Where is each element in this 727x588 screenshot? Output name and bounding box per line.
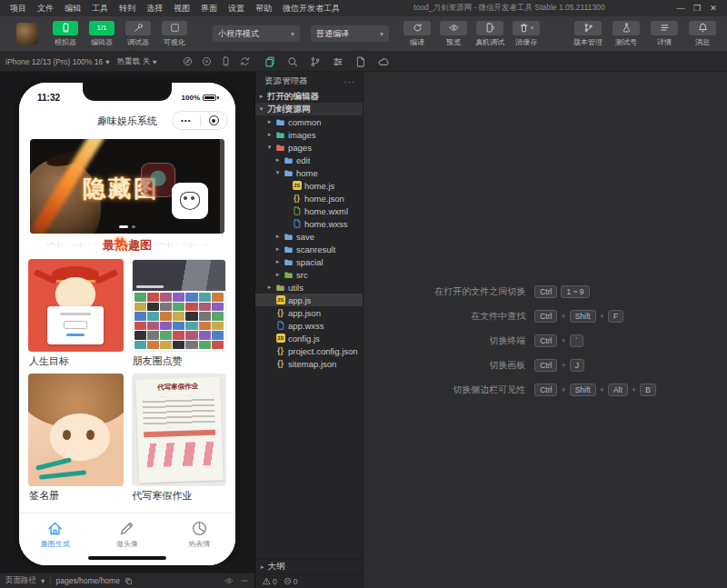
tree-item-pages[interactable]: ▾pages: [255, 141, 363, 154]
plus-separator: +: [600, 385, 604, 394]
explorer-more-menu[interactable]: ···: [344, 76, 356, 86]
minimize-button[interactable]: —: [674, 4, 687, 13]
menu-item-微信开发者工具[interactable]: 微信开发者工具: [278, 1, 344, 16]
menu-item-选择[interactable]: 选择: [142, 1, 167, 16]
模拟器-button[interactable]: 模拟器: [51, 21, 80, 47]
target-icon[interactable]: [202, 56, 212, 66]
user-avatar[interactable]: [16, 23, 38, 45]
tree-item-images[interactable]: ▸images: [255, 128, 363, 141]
device-icons: [183, 56, 250, 66]
消息-button[interactable]: 消息: [687, 21, 718, 47]
menu-item-设置[interactable]: 设置: [224, 1, 249, 16]
tree-item-app.js[interactable]: JSapp.js: [255, 294, 363, 306]
search-icon[interactable]: [287, 56, 298, 67]
hot-reload-selector[interactable]: 热重载 关 ▾: [117, 56, 157, 67]
menu-item-编辑[interactable]: 编辑: [60, 1, 85, 16]
menu-item-界面[interactable]: 界面: [196, 1, 222, 16]
card-代写寒假作业[interactable]: 代写寒假作业: [132, 374, 227, 486]
avatar-tile: [134, 341, 146, 350]
tree-item-scanresult[interactable]: ▸scanresult: [255, 243, 363, 255]
eye-icon[interactable]: [224, 576, 234, 585]
版本管理-button[interactable]: 版本管理: [573, 21, 603, 47]
tab-做头像[interactable]: 做头像: [91, 513, 163, 554]
menu-item-帮助[interactable]: 帮助: [251, 1, 276, 16]
device-selector[interactable]: iPhone 12/13 (Pro) 100% 16 ▾: [5, 57, 110, 66]
调试器-button[interactable]: 调试器: [124, 21, 153, 47]
tree-item-app.json[interactable]: {}app.json: [255, 306, 363, 319]
tree-item-edit[interactable]: ▸edit: [255, 154, 363, 166]
预览-button[interactable]: 预览: [438, 21, 469, 47]
tree-item-project.config.json[interactable]: {}project.config.json: [255, 344, 363, 357]
card-人生目标[interactable]: [28, 259, 124, 352]
tree-item-src[interactable]: ▸src: [255, 268, 363, 281]
tree-item-home.js[interactable]: JShome.js: [255, 179, 363, 192]
tree-item-save[interactable]: ▸save: [255, 230, 363, 243]
plus-separator: +: [561, 336, 565, 345]
avatar-tile: [199, 293, 211, 302]
编译-button[interactable]: 编译: [402, 21, 433, 47]
tree-item-home.json[interactable]: {}home.json: [255, 192, 363, 204]
avatar-tile: [212, 312, 224, 321]
window-controls: —❒✕: [674, 4, 727, 13]
outline-section[interactable]: ▸ 大纲: [255, 559, 363, 573]
tab-热表情[interactable]: 热表情: [164, 513, 235, 554]
cloud-icon[interactable]: [378, 56, 389, 67]
sliders-icon[interactable]: [333, 56, 344, 67]
真机调试-button[interactable]: 真机调试: [474, 21, 505, 47]
files-icon[interactable]: [264, 56, 275, 67]
compile-select-dropdown[interactable]: 普通编译 ▾: [311, 25, 389, 42]
menu-item-文件[interactable]: 文件: [33, 1, 58, 16]
mode-select-dropdown[interactable]: 小程序模式 ▾: [213, 25, 300, 42]
errors-count[interactable]: 0: [284, 577, 298, 586]
tree-item-common[interactable]: ▸common: [255, 115, 363, 128]
menu-item-转到[interactable]: 转到: [115, 1, 140, 16]
banner-carousel[interactable]: 隐藏图: [30, 139, 224, 234]
tree-item-sitemap.json[interactable]: {}sitemap.json: [255, 357, 363, 370]
close-minibar-button[interactable]: [201, 115, 228, 125]
phone-icon[interactable]: [221, 56, 231, 66]
tree-item-utils[interactable]: ▸utils: [255, 281, 363, 294]
清缓存-button[interactable]: ▾清缓存: [511, 21, 542, 47]
可视化-button[interactable]: 可视化: [160, 21, 189, 47]
list-icon: [651, 21, 678, 35]
button-label: 版本管理: [573, 37, 603, 47]
tree-item-config.js[interactable]: JSconfig.js: [255, 332, 363, 344]
explorer-header: 资源管理器 ···: [255, 72, 363, 90]
menu-item-视图[interactable]: 视图: [169, 1, 194, 16]
page-path-label[interactable]: 页面路径: [5, 575, 36, 586]
测试号-button[interactable]: 测试号: [611, 21, 642, 47]
grid-card-cell: 人生目标: [28, 259, 124, 374]
minus-icon[interactable]: [240, 576, 249, 585]
avatar-tile: [147, 293, 159, 302]
more-button[interactable]: •••: [173, 116, 200, 125]
card-朋友圈点赞[interactable]: [132, 259, 227, 352]
banner-ghost-icon: [141, 163, 175, 197]
branch-icon[interactable]: [310, 56, 321, 67]
tab-趣图生成[interactable]: 趣图生成: [19, 513, 91, 554]
card-签名册[interactable]: [28, 374, 124, 486]
menu-item-项目[interactable]: 项目: [5, 1, 31, 16]
keycap: B: [640, 384, 656, 396]
tree-item-home.wxml[interactable]: home.wxml: [255, 204, 363, 217]
doc-icon[interactable]: [355, 56, 366, 67]
tree-section-刀剑资源网[interactable]: ▾刀剑资源网: [255, 103, 363, 115]
menu-item-工具[interactable]: 工具: [87, 1, 113, 16]
tree-item-home[interactable]: ▾home: [255, 166, 363, 179]
flame-char: 热: [115, 236, 128, 252]
tree-item-home.wxss[interactable]: home.wxss: [255, 217, 363, 230]
maximize-button[interactable]: ❒: [691, 4, 703, 13]
warnings-count[interactable]: 0: [263, 577, 277, 586]
编辑器-button[interactable]: 1/1编辑器: [87, 21, 116, 47]
close-button[interactable]: ✕: [707, 4, 720, 13]
tree-item-spacial[interactable]: ▸spacial: [255, 255, 363, 268]
tree-item-app.wxss[interactable]: app.wxss: [255, 319, 363, 332]
copy-icon[interactable]: [124, 577, 133, 585]
详情-button[interactable]: 详情: [649, 21, 680, 47]
compass-icon[interactable]: [183, 56, 193, 66]
rotate-icon[interactable]: [240, 56, 250, 66]
avatar-tile: [212, 322, 224, 331]
chevron-down-icon: ▾: [291, 30, 294, 38]
paper-red-line: [144, 430, 215, 438]
tree-section-打开的编辑器[interactable]: ▸打开的编辑器: [255, 90, 363, 103]
simulator-footer: 页面路径 ▾ | pages/home/home: [0, 573, 254, 588]
